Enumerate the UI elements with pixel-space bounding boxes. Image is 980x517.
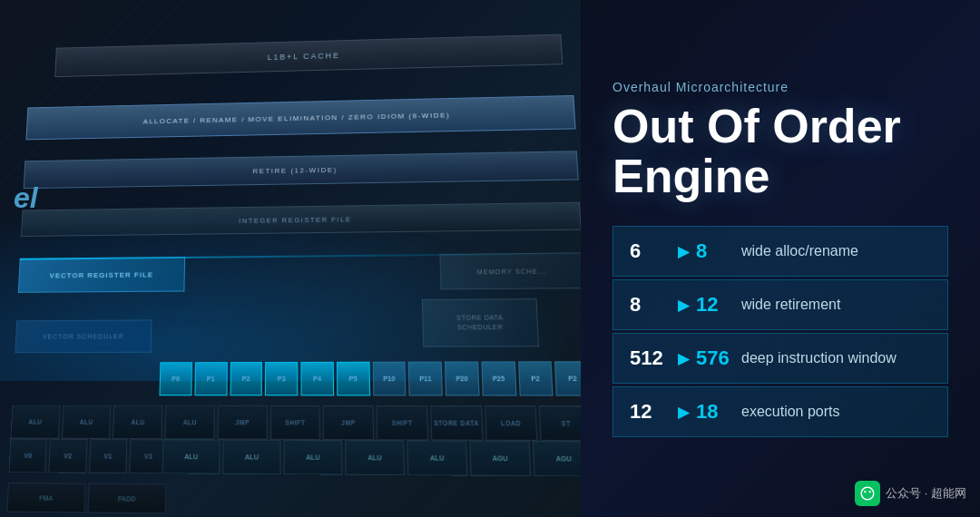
feature-desc-3: execution ports: [741, 404, 840, 420]
layer-int-register-label: INTEGER REGISTER FILE: [239, 215, 351, 225]
layer-store-data-scheduler: STORE DATASCHEDULER: [422, 298, 539, 347]
feature-arrow-1: ▶: [678, 297, 689, 314]
alu-bottom-2: ALU: [222, 440, 280, 475]
exec-unit-alu2: ALU: [62, 405, 112, 439]
fadd-fadd: FADD: [87, 483, 167, 514]
alu-bottom-3: ALU: [284, 440, 343, 475]
main-title-line1: Out Of Order: [612, 100, 901, 152]
execution-units-row: ALU ALU ALU ALU JMP SHIFT JMP SHIFT STOR…: [10, 405, 581, 442]
feature-card-0: 6 ▶ 8wide alloc/rename: [612, 226, 948, 277]
layer-vector-scheduler-label: VECTOR SCHEDULER: [43, 333, 124, 340]
layer-cache-label: L1B+L CACHE: [268, 51, 340, 61]
exec-unit-alu1: ALU: [10, 405, 60, 439]
alu-bottom-4: ALU: [345, 440, 405, 475]
layer-memory-scheduler: MEMORY SCHE...: [439, 252, 581, 289]
port-p2c: P2: [554, 361, 581, 395]
layer-retire: RETIRE (12-WIDE): [24, 151, 579, 189]
port-p20: P20: [445, 362, 479, 396]
vec-unit-v2: V2: [48, 439, 87, 473]
port-p4: P4: [300, 362, 333, 395]
cpu-perspective-container: L1B+L CACHE ALLOCATE / RENAME / MOVE ELI…: [0, 16, 581, 517]
alu-bottom-agu1: AGU: [469, 441, 531, 476]
layer-cache: L1B+L CACHE: [54, 34, 563, 77]
layer-retire-label: RETIRE (12-WIDE): [252, 165, 337, 174]
feature-desc-2: deep instruction window: [741, 350, 897, 366]
port-p25: P25: [481, 361, 516, 395]
exec-unit-jmp2: JMP: [323, 405, 374, 440]
cpu-diagram-panel: el L1B+L CACHE ALLOCATE / RENAME / MOVE …: [0, 0, 581, 517]
wechat-icon: [855, 481, 880, 506]
layer-allocate: ALLOCATE / RENAME / MOVE ELIMINATION / Z…: [26, 95, 576, 140]
alu-bottom-row: ALU ALU ALU ALU ALU AGU AGU: [162, 439, 581, 476]
feature-desc-1: wide retirement: [741, 297, 840, 313]
feature-new-1: 12: [696, 293, 741, 317]
intel-logo: el: [14, 181, 38, 215]
subtitle: Overhaul Microarchitecture: [612, 80, 948, 94]
feature-card-2: 512 ▶ 576deep instruction window: [612, 333, 948, 384]
feature-cards-list: 6 ▶ 8wide alloc/rename8 ▶ 12wide retirem…: [612, 226, 948, 437]
exec-unit-shift2: SHIFT: [377, 405, 428, 440]
feature-arrow-0: ▶: [678, 243, 689, 260]
alu-bottom-agu2: AGU: [533, 441, 581, 477]
info-panel: Overhaul Microarchitecture Out Of Order …: [581, 0, 980, 517]
layer-allocate-label: ALLOCATE / RENAME / MOVE ELIMINATION / Z…: [143, 111, 451, 125]
feature-new-0: 8: [696, 239, 741, 263]
exec-unit-jmp1: JMP: [217, 405, 267, 440]
feature-arrow-2: ▶: [678, 350, 689, 367]
watermark: 公众号 · 超能网: [855, 481, 966, 506]
vec-unit-v1: V1: [89, 439, 128, 473]
layer-int-register: INTEGER REGISTER FILE: [21, 202, 581, 237]
feature-old-2: 512: [630, 346, 671, 370]
layer-vector-scheduler: VECTOR SCHEDULER: [15, 320, 152, 354]
port-p2b: P2: [518, 361, 554, 395]
layer-vector-register: VECTOR REGISTER FILE: [18, 257, 185, 293]
port-p5: P5: [337, 362, 370, 396]
alu-bottom-5: ALU: [407, 440, 467, 475]
port-p2: P2: [230, 362, 262, 395]
feature-card-1: 8 ▶ 12wide retirement: [612, 279, 948, 330]
feature-old-1: 8: [630, 293, 671, 317]
exec-unit-load: LOAD: [485, 405, 538, 441]
exec-unit-alu4: ALU: [165, 405, 215, 440]
feature-arrow-3: ▶: [678, 404, 689, 421]
exec-unit-shift1: SHIFT: [270, 405, 320, 440]
layer-store-data-label: STORE DATASCHEDULER: [456, 313, 504, 332]
port-p11: P11: [408, 362, 443, 396]
watermark-text: 公众号 · 超能网: [886, 485, 966, 502]
feature-desc-0: wide alloc/rename: [741, 243, 858, 259]
port-p3: P3: [265, 362, 298, 395]
feature-old-3: 12: [630, 400, 671, 424]
port-p1: P1: [194, 362, 227, 395]
vector-units-row: V0 V2 V1 V3: [9, 439, 168, 474]
feature-new-3: 18: [696, 400, 741, 424]
execution-ports-row: P0 P1 P2 P3 P4 P5 P10 P11 P20 P25 P2 P2: [159, 361, 581, 395]
main-title: Out Of Order Engine: [612, 102, 948, 200]
vec-unit-v0: V0: [9, 439, 48, 473]
exec-unit-alu3: ALU: [113, 405, 163, 440]
feature-old-0: 6: [630, 239, 671, 263]
layer-memory-scheduler-label: MEMORY SCHE...: [476, 268, 546, 275]
alu-bottom-1: ALU: [162, 439, 220, 473]
exec-unit-st: ST: [539, 405, 581, 441]
port-p10: P10: [372, 362, 406, 396]
fadd-fma: FMA: [6, 483, 85, 513]
main-title-line2: Engine: [612, 150, 769, 202]
fadd-row: FMA FADD: [6, 483, 166, 513]
port-p0: P0: [159, 362, 191, 395]
main-container: el L1B+L CACHE ALLOCATE / RENAME / MOVE …: [0, 0, 980, 517]
feature-card-3: 12 ▶ 18execution ports: [612, 386, 948, 437]
layer-vector-register-label: VECTOR REGISTER FILE: [49, 270, 153, 279]
exec-unit-store: STORE DATA: [430, 405, 483, 441]
feature-new-2: 576: [696, 346, 741, 370]
